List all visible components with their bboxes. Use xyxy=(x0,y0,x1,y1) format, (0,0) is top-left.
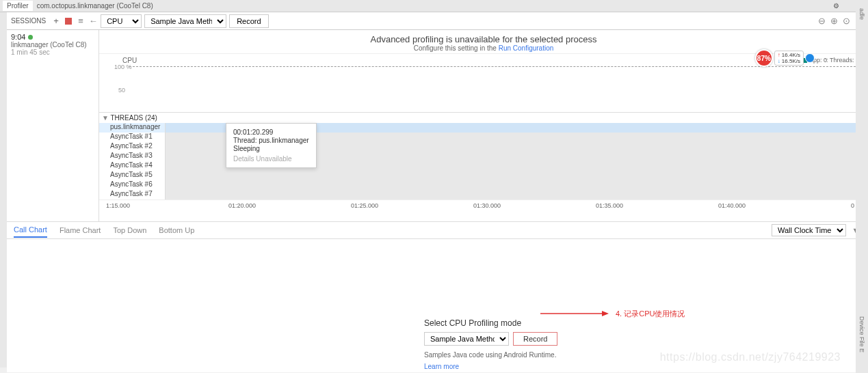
banner-sub: Configure this setting in the Run Config… xyxy=(99,44,868,52)
thread-row[interactable]: AsyncTask #1 xyxy=(99,133,868,142)
timeline[interactable]: 1:15.00001:20.00001:25.00001:30.00001:35… xyxy=(99,199,868,211)
cpu-percent-icon: 87% xyxy=(755,49,773,67)
threads-panel: THREADS (24) pus.linkmanager AsyncTask #… xyxy=(99,112,868,199)
cpu-badge[interactable]: 87% 16.4K/s 16.5K/s xyxy=(755,49,815,67)
dash-line xyxy=(129,66,863,67)
right-sidebar[interactable]: adle Device File E xyxy=(856,0,868,373)
status-dot-icon xyxy=(28,35,33,40)
thread-tooltip: 00:01:20.299 Thread: pus.linkmanager Sle… xyxy=(226,123,317,168)
thread-row[interactable]: AsyncTask #6 xyxy=(99,180,868,190)
gear-icon[interactable]: ⚙ xyxy=(829,1,843,11)
tab-profiler[interactable]: Profiler xyxy=(3,1,33,11)
profiler-panel: Advanced profiling is unavailable for th… xyxy=(99,30,868,221)
thread-row[interactable]: AsyncTask #7 xyxy=(99,190,868,199)
tab-flame-chart[interactable]: Flame Chart xyxy=(60,223,101,237)
menu-icon[interactable] xyxy=(76,16,86,26)
session-time[interactable]: 9:04 xyxy=(11,33,94,41)
tab-call-chart[interactable]: Call Chart xyxy=(14,223,47,238)
zoom-out-icon[interactable]: ⊖ xyxy=(816,16,827,27)
watermark: https://blog.csdn.net/zjy764219923 xyxy=(660,351,841,363)
tab-bottom-up[interactable]: Bottom Up xyxy=(159,223,194,237)
y-50: 50 xyxy=(118,87,125,94)
tooltip-thread: Thread: pus.linkmanager xyxy=(233,137,309,144)
clock-select[interactable]: Wall Clock Time xyxy=(772,224,846,236)
toolbar: SESSIONS CPU Sample Java Methods Record … xyxy=(7,12,868,30)
tooltip-details: Details Unavailable xyxy=(233,155,309,163)
y-100: 100 % xyxy=(114,64,132,70)
reset-zoom-icon[interactable]: ⊙ xyxy=(841,16,852,27)
net-speed: 16.4K/s 16.5K/s xyxy=(774,51,804,66)
tooltip-state: Sleeping xyxy=(233,145,309,152)
thread-row[interactable]: AsyncTask #5 xyxy=(99,171,868,180)
banner: Advanced profiling is unavailable for th… xyxy=(99,30,868,53)
plus-icon[interactable] xyxy=(51,16,61,26)
zoom-in-icon[interactable]: ⊕ xyxy=(828,16,839,27)
arrow-icon xyxy=(540,307,609,320)
blue-dot-icon xyxy=(805,53,815,63)
profiling-mode-panel: Select CPU Profiling mode Sample Java Me… xyxy=(424,318,557,370)
thread-row[interactable]: AsyncTask #4 xyxy=(99,161,868,171)
cpu-chart[interactable]: CPU 100 % 50 App: 0 :: Threads: 23 25201… xyxy=(99,53,868,112)
learn-more-link[interactable]: Learn more xyxy=(424,363,557,370)
left-gutter xyxy=(0,12,7,368)
session-device: linkmanager (CooTel C8) xyxy=(11,41,94,49)
svg-marker-1 xyxy=(602,311,609,316)
annotation: 4. 记录CPU使用情况 xyxy=(540,307,685,320)
profiling-desc: Samples Java code using Android Runtime. xyxy=(424,351,557,359)
record-button-center[interactable]: Record xyxy=(513,332,557,346)
sessions-panel: 9:04 linkmanager (CooTel C8) 1 min 45 se… xyxy=(7,30,99,221)
back-icon[interactable] xyxy=(88,16,98,26)
annotation-text: 4. 记录CPU使用情况 xyxy=(616,309,685,319)
cpu-select[interactable]: CPU xyxy=(101,14,142,28)
threads-header[interactable]: THREADS (24) xyxy=(99,113,868,123)
profiling-method-select[interactable]: Sample Java Methods xyxy=(424,332,509,346)
thread-row[interactable]: AsyncTask #3 xyxy=(99,152,868,161)
thread-row[interactable]: AsyncTask #2 xyxy=(99,142,868,152)
profiling-title: Select CPU Profiling mode xyxy=(424,318,557,328)
run-config-link[interactable]: Run Configuration xyxy=(499,44,554,52)
method-select[interactable]: Sample Java Methods xyxy=(144,14,226,28)
stop-icon[interactable] xyxy=(64,16,73,26)
record-button[interactable]: Record xyxy=(229,14,268,28)
session-duration: 1 min 45 sec xyxy=(11,49,94,56)
view-tabs: Call Chart Flame Chart Top Down Bottom U… xyxy=(7,221,868,239)
tab-process[interactable]: com.octopus.linkmanager (CooTel C8) xyxy=(33,1,157,11)
tooltip-time: 00:01:20.299 xyxy=(233,128,309,136)
sessions-label: SESSIONS xyxy=(11,17,46,25)
banner-title: Advanced profiling is unavailable for th… xyxy=(99,34,868,44)
thread-row[interactable]: pus.linkmanager xyxy=(99,123,868,133)
tab-top-down[interactable]: Top Down xyxy=(113,223,146,237)
top-tabs: Profiler com.octopus.linkmanager (CooTel… xyxy=(0,0,868,12)
